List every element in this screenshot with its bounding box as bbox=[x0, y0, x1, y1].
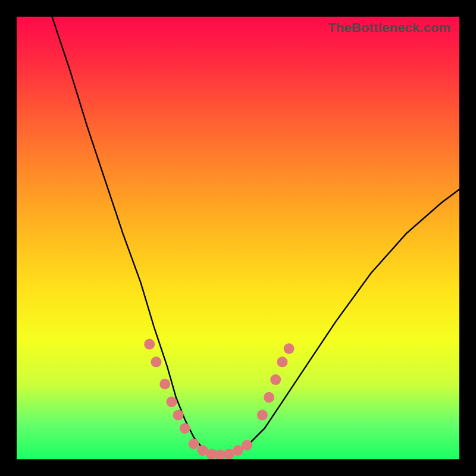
marker-right-cluster bbox=[277, 356, 287, 367]
marker-left-cluster bbox=[159, 379, 170, 390]
chart-stage: TheBottleneck.com bbox=[0, 0, 476, 476]
marker-left-cluster bbox=[166, 396, 177, 407]
marker-group bbox=[144, 339, 294, 459]
curve-layer bbox=[17, 17, 459, 459]
marker-right-cluster bbox=[257, 410, 268, 421]
marker-right-cluster bbox=[270, 374, 281, 385]
marker-bottom-run bbox=[189, 439, 199, 449]
marker-left-cluster bbox=[151, 356, 161, 367]
marker-right-cluster bbox=[264, 392, 274, 403]
marker-left-cluster bbox=[173, 410, 184, 421]
plot-area: TheBottleneck.com bbox=[17, 17, 459, 459]
marker-right-cluster bbox=[284, 343, 295, 354]
marker-left-cluster bbox=[144, 339, 155, 350]
marker-bottom-run bbox=[242, 440, 252, 450]
marker-left-cluster bbox=[180, 423, 190, 434]
bottleneck-curve bbox=[52, 17, 460, 455]
